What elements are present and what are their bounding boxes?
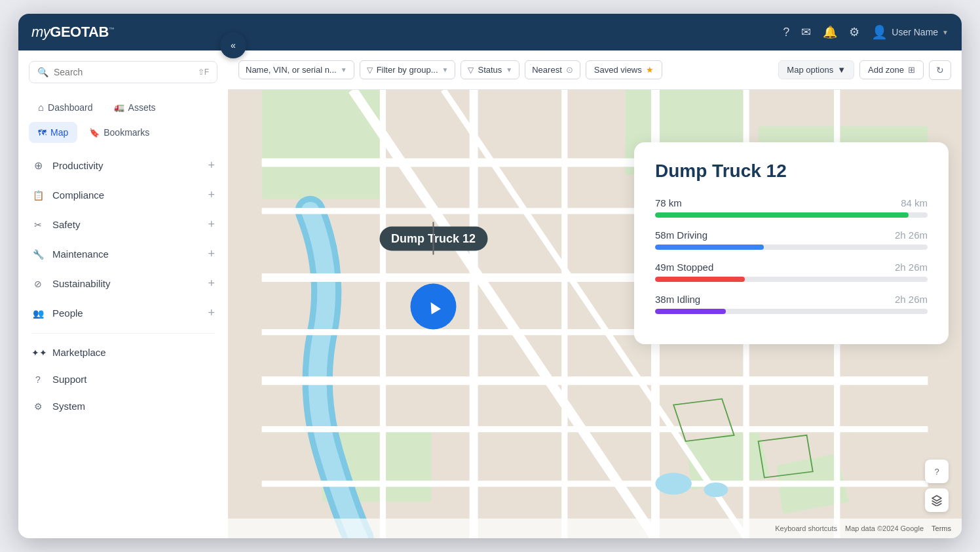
map-toolbar: Name, VIN, or serial n... ▼ ▽ Filter by …	[228, 50, 962, 90]
nearest-location-icon: ⊙	[566, 65, 573, 75]
map-options-label: Map options	[787, 65, 833, 75]
marketplace-label: Marketplace	[52, 347, 215, 358]
name-filter-dropdown[interactable]: Name, VIN, or serial n... ▼	[238, 60, 354, 79]
filter-by-group-dropdown[interactable]: ▽ Filter by group... ▼	[360, 60, 456, 79]
help-icon[interactable]: ?	[783, 26, 789, 39]
status-filter-icon: ▽	[468, 66, 474, 75]
search-bar[interactable]: 🔍 ⇧F	[29, 61, 217, 83]
status-chevron-icon: ▼	[506, 66, 512, 73]
compliance-plus-icon[interactable]: +	[208, 188, 215, 202]
nav-assets[interactable]: 🚛 Assets	[105, 96, 165, 118]
stat-row-stopped: 49m Stopped 2h 26m	[655, 262, 928, 282]
stat-driving-bar-fill	[655, 245, 764, 250]
assets-label: Assets	[128, 102, 156, 113]
nav-dashboard[interactable]: ⌂ Dashboard	[29, 96, 102, 118]
sidebar-item-people[interactable]: 👥 People +	[24, 298, 223, 328]
svg-point-22	[655, 473, 691, 494]
search-icon: 🔍	[37, 67, 48, 77]
productivity-plus-icon[interactable]: +	[208, 159, 215, 172]
nav-map[interactable]: 🗺 Map	[29, 122, 77, 143]
mail-icon[interactable]: ✉	[801, 25, 811, 39]
sidebar-item-productivity[interactable]: ⊕ Productivity +	[24, 151, 223, 180]
user-name: User Name	[892, 27, 938, 37]
people-icon: 👥	[31, 308, 45, 319]
maintenance-plus-icon[interactable]: +	[208, 247, 215, 261]
map-label: Map	[50, 127, 68, 138]
map-icon: 🗺	[38, 128, 47, 138]
name-filter-label: Name, VIN, or serial n...	[246, 65, 337, 75]
search-shortcut: ⇧F	[198, 68, 209, 77]
maintenance-icon: 🔧	[31, 249, 45, 260]
map-options-chevron-icon: ▼	[837, 65, 846, 75]
info-panel: Dump Truck 12 78 km 84 km 58m Dr	[634, 142, 949, 344]
truck-marker[interactable]: Dump Truck 12 ▲	[379, 227, 487, 330]
nav-section: ⊕ Productivity + 📋 Compliance + ✂ Safety…	[18, 151, 228, 420]
system-icon: ⚙	[31, 401, 45, 412]
productivity-label: Productivity	[52, 160, 200, 171]
add-zone-button[interactable]: Add zone ⊞	[859, 60, 924, 79]
top-header: myGEOTAB™ ? ✉ 🔔 ⚙ 👤 User Name ▼	[18, 14, 962, 50]
filter-chevron-icon: ▼	[442, 66, 449, 73]
stat-idling-label: 38m Idling	[655, 294, 700, 305]
stat-driving-label: 58m Driving	[655, 229, 707, 241]
truck-direction-icon: ▲	[421, 293, 447, 321]
saved-views-button[interactable]: Saved views ★	[586, 60, 662, 79]
bookmarks-icon: 🔖	[89, 128, 100, 138]
safety-plus-icon[interactable]: +	[208, 218, 215, 231]
compliance-icon: 📋	[31, 190, 45, 201]
name-filter-chevron-icon: ▼	[341, 66, 347, 73]
sidebar-item-sustainability[interactable]: ⊘ Sustainability +	[24, 269, 223, 298]
sidebar-item-compliance[interactable]: 📋 Compliance +	[24, 180, 223, 210]
map-options-button[interactable]: Map options ▼	[778, 60, 854, 79]
stat-row-idling: 38m Idling 2h 26m	[655, 294, 928, 314]
support-icon: ?	[31, 374, 45, 385]
productivity-icon: ⊕	[31, 159, 45, 172]
support-label: Support	[52, 374, 215, 385]
stat-idling-bar-bg	[655, 309, 928, 314]
stat-driving-max: 2h 26m	[895, 229, 928, 241]
stat-stopped-max: 2h 26m	[895, 262, 928, 273]
safety-label: Safety	[52, 219, 200, 230]
truck-pin: ▲	[411, 284, 457, 330]
sidebar-item-safety[interactable]: ✂ Safety +	[24, 210, 223, 239]
terms-link[interactable]: Terms	[932, 524, 951, 532]
bell-icon[interactable]: 🔔	[823, 25, 837, 39]
refresh-button[interactable]: ↻	[929, 60, 951, 80]
filter-by-group-label: Filter by group...	[377, 65, 438, 75]
sidebar-item-maintenance[interactable]: 🔧 Maintenance +	[24, 239, 223, 269]
app-container: myGEOTAB™ ? ✉ 🔔 ⚙ 👤 User Name ▼ « 🔍	[18, 14, 962, 538]
map-background[interactable]: Dump Truck 12 ▲ › Dump Truck 12	[228, 90, 962, 538]
status-label: Status	[478, 65, 502, 75]
svg-point-23	[704, 483, 728, 497]
sustainability-plus-icon[interactable]: +	[208, 277, 215, 290]
map-control-unknown[interactable]: ?	[925, 460, 949, 483]
truck-bubble-label: Dump Truck 12	[391, 232, 476, 245]
system-label: System	[52, 401, 215, 412]
people-plus-icon[interactable]: +	[208, 306, 215, 320]
sidebar-item-marketplace[interactable]: ✦✦ Marketplace	[24, 339, 223, 366]
map-bottom-controls: ?	[925, 460, 949, 512]
nav-bookmarks[interactable]: 🔖 Bookmarks	[80, 122, 159, 143]
sidebar-item-support[interactable]: ? Support	[24, 366, 223, 393]
logo: myGEOTAB™	[31, 24, 114, 41]
stat-distance-bar-bg	[655, 212, 928, 218]
nearest-label: Nearest	[532, 65, 562, 75]
map-layers-button[interactable]	[925, 488, 949, 512]
stat-distance-max: 84 km	[901, 197, 928, 208]
user-icon: 👤	[871, 24, 888, 40]
stat-row-distance: 78 km 84 km	[655, 197, 928, 218]
nav-top-2: 🗺 Map 🔖 Bookmarks	[18, 122, 228, 143]
sustainability-label: Sustainability	[52, 278, 200, 289]
status-dropdown[interactable]: ▽ Status ▼	[461, 60, 519, 79]
filter-icon: ▽	[367, 66, 373, 75]
sidebar-item-system[interactable]: ⚙ System	[24, 393, 223, 420]
search-input[interactable]	[54, 67, 193, 77]
gear-icon[interactable]: ⚙	[849, 25, 859, 39]
marketplace-icon: ✦✦	[31, 347, 45, 358]
keyboard-shortcuts-link[interactable]: Keyboard shortcuts	[775, 524, 837, 532]
info-panel-title: Dump Truck 12	[655, 161, 928, 182]
user-area[interactable]: 👤 User Name ▼	[871, 24, 949, 40]
stat-idling-max: 2h 26m	[895, 294, 928, 305]
nearest-dropdown[interactable]: Nearest ⊙	[525, 60, 580, 79]
user-chevron-icon: ▼	[942, 29, 949, 36]
